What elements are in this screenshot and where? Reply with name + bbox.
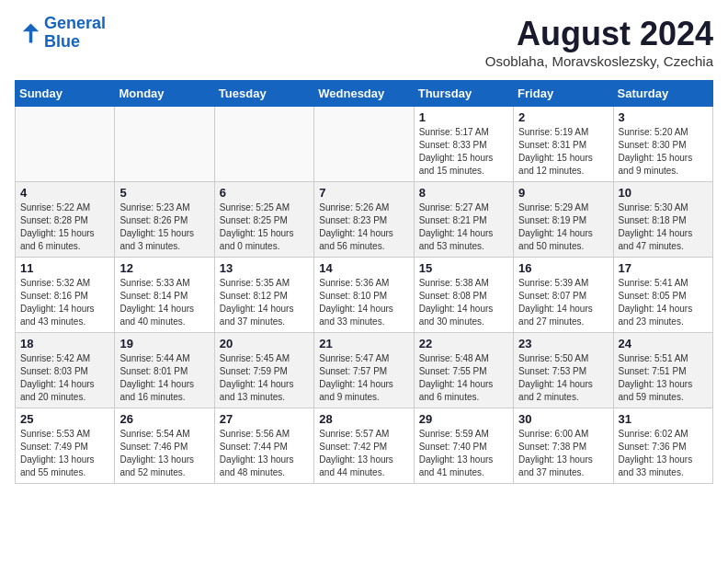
day-cell: 20Sunrise: 5:45 AM Sunset: 7:59 PM Dayli…: [214, 333, 313, 408]
day-number: 26: [119, 412, 209, 426]
day-info: Sunrise: 5:29 AM Sunset: 8:19 PM Dayligh…: [518, 201, 608, 253]
day-info: Sunrise: 5:57 AM Sunset: 7:42 PM Dayligh…: [319, 428, 408, 479]
day-cell: [314, 107, 414, 182]
day-number: 15: [419, 261, 508, 275]
week-row-5: 25Sunrise: 5:53 AM Sunset: 7:49 PM Dayli…: [16, 408, 713, 484]
day-info: Sunrise: 5:42 AM Sunset: 8:03 PM Dayligh…: [20, 352, 109, 404]
day-info: Sunrise: 5:41 AM Sunset: 8:05 PM Dayligh…: [619, 277, 708, 328]
day-cell: 17Sunrise: 5:41 AM Sunset: 8:05 PM Dayli…: [613, 258, 712, 333]
day-number: 30: [518, 412, 608, 426]
logo: General Blue: [15, 15, 106, 52]
day-number: 4: [20, 186, 109, 200]
day-info: Sunrise: 5:30 AM Sunset: 8:18 PM Dayligh…: [619, 201, 708, 253]
day-info: Sunrise: 5:48 AM Sunset: 7:55 PM Dayligh…: [419, 352, 508, 404]
week-row-2: 4Sunrise: 5:22 AM Sunset: 8:28 PM Daylig…: [16, 182, 713, 258]
day-info: Sunrise: 5:50 AM Sunset: 7:53 PM Dayligh…: [518, 352, 608, 404]
day-number: 21: [319, 337, 408, 350]
col-header-saturday: Saturday: [613, 81, 712, 107]
week-row-3: 11Sunrise: 5:32 AM Sunset: 8:16 PM Dayli…: [16, 258, 713, 333]
day-number: 22: [419, 337, 508, 350]
day-info: Sunrise: 5:39 AM Sunset: 8:07 PM Dayligh…: [518, 277, 608, 328]
day-number: 12: [119, 261, 209, 275]
day-info: Sunrise: 5:59 AM Sunset: 7:40 PM Dayligh…: [419, 428, 508, 479]
day-info: Sunrise: 5:53 AM Sunset: 7:49 PM Dayligh…: [20, 428, 109, 479]
day-info: Sunrise: 5:32 AM Sunset: 8:16 PM Dayligh…: [20, 277, 109, 328]
day-number: 17: [619, 261, 708, 275]
col-header-wednesday: Wednesday: [314, 81, 414, 107]
day-cell: 18Sunrise: 5:42 AM Sunset: 8:03 PM Dayli…: [16, 333, 115, 408]
day-cell: 25Sunrise: 5:53 AM Sunset: 7:49 PM Dayli…: [16, 408, 115, 484]
day-info: Sunrise: 5:22 AM Sunset: 8:28 PM Dayligh…: [20, 201, 109, 253]
day-cell: 28Sunrise: 5:57 AM Sunset: 7:42 PM Dayli…: [314, 408, 414, 484]
day-cell: 7Sunrise: 5:26 AM Sunset: 8:23 PM Daylig…: [314, 182, 414, 258]
day-number: 11: [20, 261, 109, 275]
week-row-1: 1Sunrise: 5:17 AM Sunset: 8:33 PM Daylig…: [16, 107, 713, 182]
day-info: Sunrise: 5:35 AM Sunset: 8:12 PM Dayligh…: [220, 277, 309, 328]
day-info: Sunrise: 5:56 AM Sunset: 7:44 PM Dayligh…: [220, 428, 309, 479]
day-info: Sunrise: 6:00 AM Sunset: 7:38 PM Dayligh…: [518, 428, 608, 479]
day-cell: 4Sunrise: 5:22 AM Sunset: 8:28 PM Daylig…: [16, 182, 115, 258]
day-cell: 19Sunrise: 5:44 AM Sunset: 8:01 PM Dayli…: [115, 333, 214, 408]
day-cell: 22Sunrise: 5:48 AM Sunset: 7:55 PM Dayli…: [414, 333, 513, 408]
day-info: Sunrise: 5:20 AM Sunset: 8:30 PM Dayligh…: [619, 126, 708, 178]
day-info: Sunrise: 5:51 AM Sunset: 7:51 PM Dayligh…: [619, 352, 708, 404]
day-number: 2: [518, 110, 608, 124]
day-info: Sunrise: 5:33 AM Sunset: 8:14 PM Dayligh…: [119, 277, 209, 328]
day-info: Sunrise: 5:27 AM Sunset: 8:21 PM Dayligh…: [419, 201, 508, 253]
day-cell: [115, 107, 214, 182]
day-number: 20: [220, 337, 309, 350]
logo-icon: [15, 20, 40, 46]
day-info: Sunrise: 5:19 AM Sunset: 8:31 PM Dayligh…: [518, 126, 608, 178]
day-number: 18: [20, 337, 109, 350]
day-number: 16: [518, 261, 608, 275]
day-number: 29: [419, 412, 508, 426]
logo-line2: Blue: [44, 32, 80, 51]
week-row-4: 18Sunrise: 5:42 AM Sunset: 8:03 PM Dayli…: [16, 333, 713, 408]
location-subtitle: Osoblaha, Moravskoslezsky, Czechia: [485, 53, 713, 69]
day-number: 23: [518, 337, 608, 350]
day-cell: 8Sunrise: 5:27 AM Sunset: 8:21 PM Daylig…: [414, 182, 513, 258]
day-number: 31: [619, 412, 708, 426]
day-info: Sunrise: 5:36 AM Sunset: 8:10 PM Dayligh…: [319, 277, 408, 328]
day-number: 28: [319, 412, 408, 426]
day-cell: 27Sunrise: 5:56 AM Sunset: 7:44 PM Dayli…: [214, 408, 313, 484]
col-header-monday: Monday: [115, 81, 214, 107]
day-info: Sunrise: 5:44 AM Sunset: 8:01 PM Dayligh…: [119, 352, 209, 404]
day-cell: 14Sunrise: 5:36 AM Sunset: 8:10 PM Dayli…: [314, 258, 414, 333]
day-cell: 6Sunrise: 5:25 AM Sunset: 8:25 PM Daylig…: [214, 182, 313, 258]
day-cell: [214, 107, 313, 182]
day-cell: 12Sunrise: 5:33 AM Sunset: 8:14 PM Dayli…: [115, 258, 214, 333]
header-row: SundayMondayTuesdayWednesdayThursdayFrid…: [16, 81, 713, 107]
day-number: 24: [619, 337, 708, 350]
day-info: Sunrise: 5:17 AM Sunset: 8:33 PM Dayligh…: [419, 126, 508, 178]
day-cell: 29Sunrise: 5:59 AM Sunset: 7:40 PM Dayli…: [414, 408, 513, 484]
day-cell: 31Sunrise: 6:02 AM Sunset: 7:36 PM Dayli…: [613, 408, 712, 484]
day-cell: 30Sunrise: 6:00 AM Sunset: 7:38 PM Dayli…: [514, 408, 613, 484]
day-number: 25: [20, 412, 109, 426]
day-info: Sunrise: 5:47 AM Sunset: 7:57 PM Dayligh…: [319, 352, 408, 404]
month-title: August 2024: [485, 15, 713, 53]
day-number: 6: [220, 186, 309, 200]
day-number: 5: [119, 186, 209, 200]
day-number: 3: [619, 110, 708, 124]
col-header-friday: Friday: [514, 81, 613, 107]
day-number: 8: [419, 186, 508, 200]
day-info: Sunrise: 5:23 AM Sunset: 8:26 PM Dayligh…: [119, 201, 209, 253]
day-number: 7: [319, 186, 408, 200]
logo-text: General Blue: [44, 15, 106, 52]
col-header-thursday: Thursday: [414, 81, 513, 107]
svg-marker-0: [23, 23, 40, 42]
day-number: 27: [220, 412, 309, 426]
day-number: 13: [220, 261, 309, 275]
day-info: Sunrise: 5:45 AM Sunset: 7:59 PM Dayligh…: [220, 352, 309, 404]
day-cell: [16, 107, 115, 182]
col-header-tuesday: Tuesday: [214, 81, 313, 107]
day-cell: 1Sunrise: 5:17 AM Sunset: 8:33 PM Daylig…: [414, 107, 513, 182]
day-info: Sunrise: 5:25 AM Sunset: 8:25 PM Dayligh…: [220, 201, 309, 253]
title-area: August 2024 Osoblaha, Moravskoslezsky, C…: [485, 15, 713, 69]
day-cell: 21Sunrise: 5:47 AM Sunset: 7:57 PM Dayli…: [314, 333, 414, 408]
day-cell: 24Sunrise: 5:51 AM Sunset: 7:51 PM Dayli…: [613, 333, 712, 408]
day-cell: 9Sunrise: 5:29 AM Sunset: 8:19 PM Daylig…: [514, 182, 613, 258]
day-cell: 11Sunrise: 5:32 AM Sunset: 8:16 PM Dayli…: [16, 258, 115, 333]
day-number: 1: [419, 110, 508, 124]
